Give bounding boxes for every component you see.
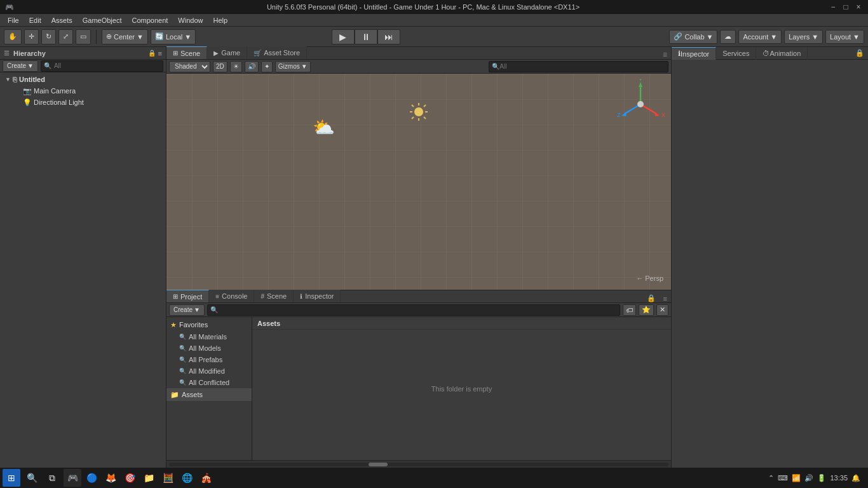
- tab-services[interactable]: Services: [716, 47, 756, 60]
- project-search-input[interactable]: [218, 306, 617, 313]
- tab-asset-store[interactable]: 🛒 Asset Store: [247, 46, 307, 59]
- tab-console[interactable]: ≡ Console: [209, 290, 254, 302]
- taskbar-app-calc[interactable]: 🧮: [159, 469, 177, 487]
- taskbar-app-files[interactable]: 📁: [140, 469, 158, 487]
- scene-viewport[interactable]: ⛅ Y X Z: [166, 74, 671, 290]
- taskbar-app-browser[interactable]: 🌐: [178, 469, 196, 487]
- taskbar-clock[interactable]: 13:35: [830, 474, 848, 482]
- fav-all-models[interactable]: 🔍 All Models: [166, 342, 252, 354]
- hierarchy-scene-root[interactable]: ▼ ⎘ Untitled: [0, 74, 166, 85]
- menubar: File Edit Assets GameObject Component Wi…: [0, 14, 868, 27]
- inspector-lock-icon[interactable]: 🔒: [851, 47, 868, 59]
- svg-line-5: [412, 105, 414, 107]
- menu-file[interactable]: File: [3, 15, 24, 25]
- scrollbar-track[interactable]: [169, 463, 668, 466]
- light-icon: 💡: [23, 98, 32, 107]
- taskbar-app-unity[interactable]: 🎮: [64, 469, 81, 487]
- menu-gameobject[interactable]: GameObject: [78, 15, 127, 25]
- step-button[interactable]: ⏭: [377, 29, 400, 44]
- pivot-center-button[interactable]: ⊕ Center ▼: [102, 29, 148, 44]
- minimize-button[interactable]: −: [829, 3, 837, 11]
- taskbar-app-blender[interactable]: 🔵: [83, 469, 100, 487]
- tray-hide-icon[interactable]: ⌃: [768, 474, 774, 482]
- gizmos-button[interactable]: Gizmos ▼: [275, 61, 311, 72]
- project-scrollbar[interactable]: [166, 460, 671, 468]
- fav-all-prefabs[interactable]: 🔍 All Prefabs: [166, 354, 252, 365]
- project-create-button[interactable]: Create ▼: [169, 304, 205, 316]
- shading-dropdown[interactable]: Shaded: [169, 61, 210, 72]
- layers-button[interactable]: Layers ▼: [784, 30, 823, 44]
- tab-inspector-right[interactable]: ℹ Inspector: [672, 47, 716, 60]
- tray-sound-icon[interactable]: 🔊: [804, 474, 813, 482]
- tab-scene-bottom[interactable]: # Scene: [254, 290, 294, 302]
- taskbar-taskview-button[interactable]: ⧉: [43, 469, 61, 487]
- taskbar-app-code[interactable]: 🎪: [197, 469, 215, 487]
- hierarchy-search-input[interactable]: [51, 61, 160, 71]
- menu-component[interactable]: Component: [126, 15, 173, 25]
- project-filter-button-1[interactable]: 🏷: [623, 304, 636, 316]
- scene-panel-close-icon[interactable]: ≡: [659, 50, 671, 59]
- pause-button[interactable]: ⏸: [355, 29, 377, 44]
- menu-assets[interactable]: Assets: [46, 15, 78, 25]
- main-area: ☰ Hierarchy 🔒 ≡ Create ▼ 🔍 ▼ ⎘ Untitled: [0, 47, 868, 468]
- camera-label: Main Camera: [34, 87, 76, 95]
- tray-network-icon[interactable]: 📶: [792, 474, 801, 482]
- rect-tool-button[interactable]: ▭: [76, 29, 91, 44]
- menu-window[interactable]: Window: [173, 15, 208, 25]
- tray-battery-icon[interactable]: 🔋: [817, 474, 826, 482]
- project-tab-label: Project: [180, 293, 202, 301]
- cloud-button[interactable]: ☁: [720, 30, 736, 44]
- taskbar-app-steam[interactable]: 🎯: [121, 469, 139, 487]
- close-button[interactable]: ×: [854, 3, 863, 11]
- project-panel-lock-icon[interactable]: 🔒: [643, 294, 660, 302]
- scene-search-input[interactable]: [499, 63, 665, 70]
- svg-point-18: [637, 101, 644, 107]
- fav-all-materials[interactable]: 🔍 All Materials: [166, 331, 252, 342]
- center-area: ⊞ Scene ▶ Game 🛒 Asset Store ≡ Shaded 2D…: [166, 47, 671, 468]
- start-button[interactable]: ⊞: [3, 469, 20, 487]
- menu-edit[interactable]: Edit: [24, 15, 46, 25]
- project-panel-menu-icon[interactable]: ≡: [660, 295, 671, 302]
- tray-notification-icon[interactable]: 🔔: [851, 474, 860, 482]
- rotate-tool-button[interactable]: ↻: [41, 29, 56, 44]
- effects-toggle-button[interactable]: ✦: [261, 61, 273, 72]
- account-button[interactable]: Account ▼: [738, 30, 782, 44]
- pivot-local-button[interactable]: 🔄 Local ▼: [151, 29, 196, 44]
- project-filter-button-3[interactable]: ✕: [656, 304, 668, 316]
- hierarchy-title: Hierarchy: [13, 50, 144, 57]
- hierarchy-menu-icon[interactable]: ≡: [158, 50, 162, 57]
- tab-animation[interactable]: ⏱ Animation: [756, 47, 808, 60]
- scene-tab-icon: ⊞: [173, 50, 178, 57]
- hierarchy-lock-icon[interactable]: 🔒: [148, 50, 156, 57]
- taskbar-search-button[interactable]: 🔍: [23, 469, 41, 487]
- layout-button[interactable]: Layout ▼: [825, 30, 864, 44]
- tab-project[interactable]: ⊞ Project: [166, 290, 209, 302]
- tab-game[interactable]: ▶ Game: [207, 46, 247, 59]
- taskbar-app-firefox[interactable]: 🦊: [102, 469, 119, 487]
- hierarchy-item-directional-light[interactable]: ▶ 💡 Directional Light: [0, 97, 166, 108]
- fav-all-conflicted[interactable]: 🔍 All Conflicted: [166, 377, 252, 388]
- play-button[interactable]: ▶: [332, 29, 355, 44]
- scale-tool-button[interactable]: ⤢: [58, 29, 73, 44]
- hand-tool-button[interactable]: ✋: [4, 29, 22, 44]
- audio-toggle-button[interactable]: 🔊: [245, 61, 259, 72]
- inspector-content: [672, 60, 868, 468]
- tab-inspector-bottom[interactable]: ℹ Inspector: [294, 290, 341, 302]
- 2d-toggle-button[interactable]: 2D: [213, 61, 227, 72]
- collab-button[interactable]: 🔗 Collab ▼: [669, 30, 717, 44]
- assets-folder-item[interactable]: 📁 Assets: [166, 388, 252, 401]
- hierarchy-item-main-camera[interactable]: ▶ 📷 Main Camera: [0, 85, 166, 97]
- menu-help[interactable]: Help: [208, 15, 233, 25]
- fav-models-label: All Models: [189, 344, 221, 352]
- fav-all-modified[interactable]: 🔍 All Modified: [166, 365, 252, 377]
- hierarchy-create-button[interactable]: Create ▼: [3, 60, 38, 72]
- tab-scene[interactable]: ⊞ Scene: [166, 46, 207, 59]
- lighting-toggle-button[interactable]: ☀: [230, 61, 242, 72]
- project-filter-button-2[interactable]: ⭐: [639, 304, 654, 316]
- maximize-button[interactable]: □: [841, 3, 850, 11]
- favorites-header[interactable]: ★ Favorites: [166, 318, 252, 331]
- tray-keyboard-icon[interactable]: ⌨: [778, 474, 788, 482]
- scrollbar-thumb[interactable]: [369, 463, 388, 466]
- folder-icon: 📁: [170, 391, 179, 399]
- move-tool-button[interactable]: ✛: [24, 29, 39, 44]
